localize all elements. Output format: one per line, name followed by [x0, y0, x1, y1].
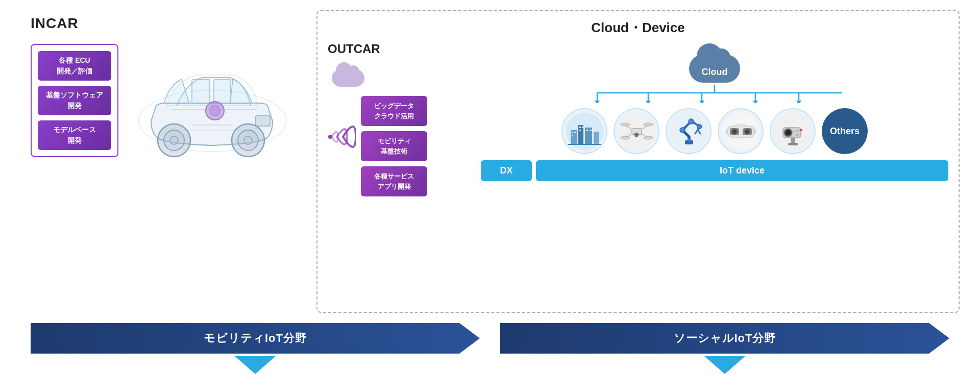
outcar-content: ビッグデータクラウド活用 モビリティ基盤技術 各種サービスアプリ開発 — [328, 96, 471, 304]
city-icon — [566, 112, 604, 151]
drone-icon — [618, 112, 656, 151]
svg-point-78 — [799, 129, 802, 131]
security-camera-icon — [774, 112, 812, 151]
social-banner-text: ソーシャルIoT分野 — [674, 331, 776, 346]
cloud-device-title: Cloud・Device — [328, 19, 948, 37]
svg-rect-40 — [586, 130, 588, 131]
device-vr-circle — [718, 108, 764, 154]
svg-rect-2 — [214, 80, 231, 104]
mobility-banner: モビリティIoT分野 — [31, 323, 480, 354]
social-banner-shape: ソーシャルIoT分野 — [500, 323, 949, 354]
svg-rect-41 — [590, 130, 592, 131]
svg-marker-24 — [646, 101, 651, 103]
svg-marker-23 — [595, 101, 600, 103]
others-circle: Others — [822, 108, 868, 154]
outcar-boxes: ビッグデータクラウド活用 モビリティ基盤技術 各種サービスアプリ開発 — [361, 96, 427, 196]
cloud-device-section: Cloud — [481, 42, 948, 304]
svg-point-10 — [210, 106, 220, 116]
wifi-waves-icon — [328, 111, 356, 162]
outcar-box-mobility: モビリティ基盤技術 — [361, 131, 427, 161]
svg-point-52 — [644, 136, 653, 139]
vr-headset-icon — [722, 112, 760, 151]
svg-point-75 — [787, 131, 790, 134]
incar-items-wrapper: 各種 ECU開発／評価 基盤ソフトウェア開発 モデルベース開発 — [31, 44, 118, 157]
car-wireframe-icon — [131, 39, 294, 162]
social-banner: ソーシャルIoT分野 — [500, 323, 949, 354]
device-camera-circle — [770, 108, 816, 154]
main-container: INCAR 各種 ECU開発／評価 基盤ソフトウェア開発 モデルベース開発 — [0, 0, 980, 374]
svg-point-8 — [170, 136, 178, 144]
mobility-banner-shape: モビリティIoT分野 — [31, 323, 480, 354]
robot-arm-icon — [670, 112, 708, 151]
main-cloud-container: Cloud — [681, 42, 748, 83]
outcar-box-service: 各種サービスアプリ開発 — [361, 166, 427, 196]
svg-rect-39 — [579, 130, 581, 131]
mobility-triangle-icon — [235, 356, 276, 374]
svg-rect-71 — [788, 143, 798, 145]
incar-box-model: モデルベース開発 — [38, 120, 111, 150]
outcar-cloud-icon — [328, 61, 471, 92]
incar-section: INCAR 各種 ECU開発／評価 基盤ソフトウェア開発 モデルベース開発 — [20, 10, 316, 313]
bottom-section: モビリティIoT分野 ソーシャルIoT分野 — [20, 323, 960, 374]
svg-point-59 — [689, 119, 694, 124]
social-triangle-icon — [704, 356, 745, 374]
svg-rect-76 — [795, 130, 799, 132]
incar-box-software: 基盤ソフトウェア開発 — [38, 86, 111, 115]
banner-right: ソーシャルIoT分野 — [500, 323, 949, 374]
svg-rect-33 — [594, 132, 599, 144]
mobility-banner-text: モビリティIoT分野 — [204, 331, 307, 346]
svg-point-51 — [621, 136, 630, 139]
svg-rect-38 — [582, 127, 583, 128]
device-city-circle — [561, 108, 607, 154]
svg-point-67 — [732, 130, 737, 134]
incar-title: INCAR — [31, 15, 306, 32]
svg-marker-25 — [699, 101, 704, 103]
svg-point-58 — [680, 128, 685, 133]
svg-rect-30 — [571, 130, 577, 144]
right-main-section: Cloud・Device OUTCAR — [316, 10, 960, 313]
svg-rect-34 — [572, 132, 573, 133]
incar-content: 各種 ECU開発／評価 基盤ソフトウェア開発 モデルベース開発 — [31, 39, 306, 162]
svg-rect-37 — [579, 127, 581, 128]
wifi-waves-area — [328, 96, 356, 162]
svg-point-49 — [621, 123, 630, 126]
svg-point-68 — [745, 130, 749, 134]
svg-point-5 — [244, 136, 252, 144]
device-drone-circle — [614, 108, 659, 154]
outcar-title: OUTCAR — [328, 42, 471, 56]
outcar-box-bigdata: ビッグデータクラウド活用 — [361, 96, 427, 126]
right-inner: OUTCAR — [328, 42, 948, 304]
dx-label: DX — [481, 160, 532, 181]
top-section: INCAR 各種 ECU開発／評価 基盤ソフトウェア開発 モデルベース開発 — [20, 10, 960, 313]
svg-rect-14 — [256, 116, 270, 126]
incar-box-ecu: 各種 ECU開発／評価 — [38, 51, 111, 81]
device-robot-circle — [666, 108, 712, 154]
svg-rect-1 — [192, 80, 210, 104]
others-label: Others — [830, 126, 860, 137]
svg-marker-27 — [796, 101, 801, 103]
car-image-area — [118, 39, 306, 162]
svg-rect-77 — [795, 134, 799, 136]
svg-rect-35 — [574, 132, 576, 133]
svg-point-55 — [670, 112, 707, 150]
svg-rect-36 — [572, 135, 573, 136]
device-labels-row: DX IoT device — [481, 160, 948, 181]
svg-point-15 — [328, 135, 332, 139]
iot-label: IoT device — [536, 160, 948, 181]
svg-point-50 — [644, 123, 653, 126]
banner-left: モビリティIoT分野 — [31, 323, 480, 374]
outcar-section: OUTCAR — [328, 42, 471, 304]
svg-marker-26 — [753, 101, 758, 103]
tree-connector-icon — [567, 85, 863, 103]
svg-point-54 — [635, 134, 638, 136]
devices-row: Others — [561, 108, 868, 154]
cloud-label: Cloud — [681, 67, 748, 78]
svg-point-60 — [697, 124, 701, 129]
